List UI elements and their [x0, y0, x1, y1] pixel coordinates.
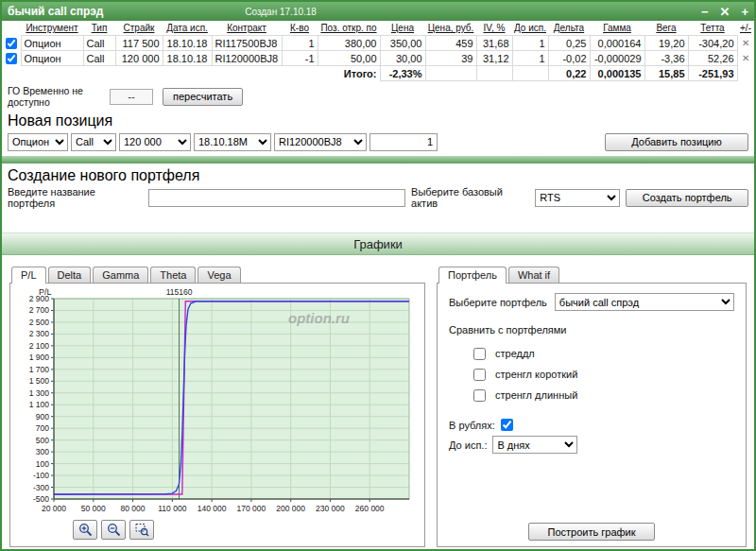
compare-item: стренгл длинный [473, 385, 734, 405]
add-position-button[interactable]: Добавить позицию [605, 133, 748, 151]
zoom-window-button[interactable] [129, 520, 154, 540]
column-header[interactable]: Цена [380, 21, 425, 36]
table-row: ОпционCall117 50018.10.18RI117500BJ81380… [2, 36, 754, 51]
expiry-date-select[interactable]: 18.10.18M [194, 133, 271, 151]
tab-портфель[interactable]: Портфель [438, 267, 507, 284]
column-header[interactable]: +/- [737, 21, 754, 36]
column-header[interactable]: До исп. [512, 21, 548, 36]
delete-position-icon[interactable]: ✕ [737, 36, 754, 51]
quantity-input[interactable] [369, 133, 438, 151]
position-enabled-checkbox[interactable] [6, 53, 17, 64]
totals-cell [212, 66, 282, 81]
table-cell: 50,00 [318, 51, 380, 66]
table-cell: 0,25 [548, 36, 590, 51]
table-cell: 52,26 [688, 51, 737, 66]
tab-vega[interactable]: Vega [198, 267, 240, 283]
window-title: бычий call спрэд [8, 5, 103, 18]
go-margin-row: ГО Временно не доступно -- пересчитать [2, 81, 754, 112]
column-header[interactable]: Контракт [212, 21, 282, 36]
position-enabled-checkbox[interactable] [6, 38, 17, 49]
minimize-icon[interactable]: − [701, 6, 709, 18]
totals-cell: 0,22 [548, 66, 590, 81]
compare-portfolios-list: стреддлстренгл короткийстренгл длинный [473, 343, 734, 405]
strike-select[interactable]: 120 000 [119, 133, 191, 151]
rubles-label: В рублях: [449, 420, 495, 431]
add-icon[interactable]: + [741, 6, 748, 18]
svg-text:2 100: 2 100 [29, 341, 50, 351]
table-cell: Call [83, 51, 115, 66]
tab-delta[interactable]: Delta [48, 267, 92, 283]
svg-text:1 500: 1 500 [29, 376, 50, 386]
base-asset-label: Выберите базовый актив [411, 186, 529, 209]
svg-text:1 300: 1 300 [29, 388, 50, 398]
svg-text:-500: -500 [33, 494, 49, 504]
recalculate-button[interactable]: пересчитать [163, 88, 243, 106]
column-header[interactable]: Цена, руб. [425, 21, 476, 36]
svg-text:115160: 115160 [166, 287, 193, 297]
green-separator [2, 156, 754, 164]
table-header-row: ИнструментТипСтрайкДата исп.КонтрактК-во… [2, 21, 754, 36]
svg-text:260 000: 260 000 [355, 504, 385, 513]
table-cell: -0,02 [548, 51, 590, 66]
svg-text:500: 500 [36, 436, 49, 445]
days-select[interactable]: В днях [492, 436, 577, 454]
option-side-select[interactable]: Call [71, 133, 116, 151]
new-portfolio-heading: Создание нового портфеля [2, 166, 754, 185]
created-date-label: Создан 17.10.18 [245, 7, 317, 17]
delete-position-icon[interactable]: ✕ [737, 51, 754, 66]
column-header[interactable]: Поз. откр. по [318, 21, 380, 36]
close-icon[interactable]: ✕ [720, 6, 730, 18]
new-position-row: Опцион Call 120 000 18.10.18M RI120000BJ… [2, 130, 754, 153]
window-titlebar: бычий call спрэд Создан 17.10.18 − ✕ + [2, 2, 754, 21]
totals-cell [282, 66, 318, 81]
zoom-out-button[interactable] [101, 520, 126, 540]
column-header[interactable]: Тип [83, 21, 115, 36]
svg-text:P/L: P/L [39, 287, 52, 297]
svg-text:1 900: 1 900 [29, 353, 50, 362]
svg-text:100: 100 [36, 459, 49, 469]
column-header[interactable]: IV, % [476, 21, 512, 36]
column-header[interactable]: Страйк [115, 21, 163, 36]
base-asset-select[interactable]: RTS [535, 189, 620, 207]
compare-checkbox[interactable] [473, 389, 486, 402]
column-header[interactable]: Вега [644, 21, 688, 36]
svg-text:110 000: 110 000 [158, 504, 186, 513]
tab-gamma[interactable]: Gamma [93, 267, 148, 283]
table-cell: 1 [512, 51, 548, 66]
table-cell: 350,00 [380, 36, 425, 51]
tab-p-l[interactable]: P/L [11, 267, 46, 284]
column-header[interactable]: Гамма [590, 21, 644, 36]
svg-text:1 100: 1 100 [29, 400, 50, 409]
totals-cell [21, 66, 83, 81]
positions-table: ИнструментТипСтрайкДата исп.КонтрактК-во… [2, 21, 754, 81]
compare-checkbox[interactable] [473, 369, 486, 381]
instrument-type-select[interactable]: Опцион [8, 133, 68, 151]
zoom-in-icon [78, 523, 93, 537]
table-cell: 459 [425, 36, 476, 51]
build-chart-button[interactable]: Построить график [528, 523, 655, 541]
column-header[interactable]: Дельта [548, 21, 590, 36]
column-header[interactable]: Тетта [688, 21, 737, 36]
totals-cell [737, 66, 754, 81]
svg-text:option.ru: option.ru [288, 310, 350, 326]
rubles-checkbox[interactable] [501, 419, 513, 431]
tab-theta[interactable]: Theta [150, 267, 196, 283]
column-header[interactable]: Дата исп. [163, 21, 212, 36]
compare-checkbox[interactable] [473, 348, 486, 360]
create-portfolio-button[interactable]: Создать портфель [626, 189, 748, 207]
portfolio-select[interactable]: бычий call спрэд [555, 293, 734, 311]
compare-label: стреддл [495, 348, 535, 359]
totals-cell [163, 66, 212, 81]
pl-chart[interactable]: -500-300-1001003005007009001 1001 3001 5… [12, 285, 419, 518]
go-label: ГО Временно не доступно [8, 85, 100, 108]
portfolio-name-input[interactable] [148, 189, 405, 207]
table-cell: 0,000164 [590, 36, 644, 51]
zoom-in-button[interactable] [73, 520, 97, 540]
svg-text:20 000: 20 000 [42, 504, 66, 513]
tab-what-if[interactable]: What if [508, 267, 559, 283]
portfolio-tabs: ПортфельWhat if [437, 267, 747, 283]
totals-cell [512, 66, 548, 81]
column-header[interactable]: Инструмент [21, 21, 83, 36]
column-header[interactable]: К-во [282, 21, 318, 36]
contract-select[interactable]: RI120000BJ8 [274, 133, 367, 151]
